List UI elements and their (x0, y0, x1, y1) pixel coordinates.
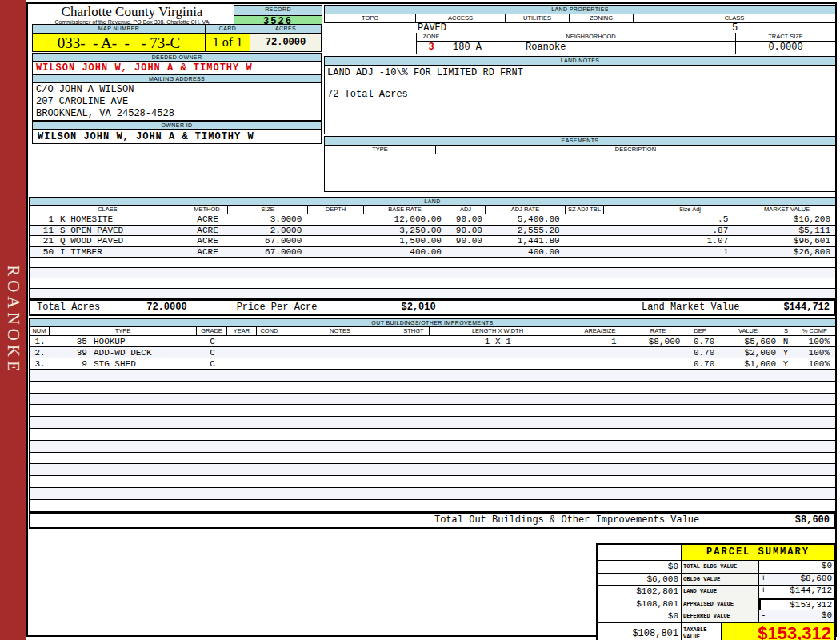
land-value: $144,712 (770, 586, 834, 598)
taxable-label-line1: TAXABLE (682, 623, 721, 633)
ob-grade: C (198, 347, 228, 358)
land-properties-title: LAND PROPERTIES (324, 5, 836, 14)
ob-rate: $8,000 (634, 336, 682, 346)
land-num: 1 (30, 214, 54, 225)
empty-row (29, 370, 836, 382)
land-note-line: 72 Total Acres (327, 89, 835, 101)
prior-appraised-value: $108,801 (598, 598, 682, 611)
ob-dep: 0.70 (682, 336, 718, 346)
taxable-value-label: TAXABLE VALUE (682, 623, 722, 640)
ob-sthgt (398, 358, 430, 369)
land-row: 11S OPEN PAVED ACRE 2.0000 3,250.00 90.0… (29, 226, 836, 237)
land-totals-row: Total Acres 72.0000 Price Per Acre $2,01… (29, 299, 836, 316)
utilities-label: UTILITIES (506, 14, 570, 23)
deferred-value: $0 (770, 610, 834, 622)
col-s: S (778, 327, 794, 336)
land-base-rate: 400.00 (364, 247, 446, 258)
col-adj: ADJ (446, 206, 486, 214)
summary-row: $0 DEFERRED VALUE - $0 (598, 610, 834, 623)
land-base-rate: 12,000.00 (364, 214, 446, 225)
empty-row (29, 429, 836, 441)
ob-total-value: $8,600 (795, 514, 830, 526)
ob-length-width (430, 358, 566, 369)
ob-type-name: ADD-WD DECK (87, 348, 152, 358)
obldg-value-label: OBLDG VALUE (682, 574, 759, 586)
land-num: 50 (30, 247, 54, 258)
topo-label: TOPO (324, 14, 416, 23)
ob-type-num: 9 (50, 358, 87, 369)
ob-pct-comp: 100% (794, 347, 835, 358)
summary-title-spacer (598, 545, 682, 561)
land-depth (308, 214, 364, 225)
land-method: ACRE (187, 226, 229, 236)
summary-row: $102,801 LAND VALUE + $144,712 (598, 586, 834, 598)
zoning-label: ZONING (570, 14, 634, 23)
ob-year (228, 347, 258, 358)
land-depth (308, 226, 364, 236)
land-properties-values: PAVED 5 (324, 23, 836, 33)
empty-row (29, 417, 836, 429)
ob-dep: 0.70 (682, 347, 718, 358)
land-method: ACRE (187, 236, 229, 246)
deeded-owner-label: DEEDED OWNER (32, 53, 322, 62)
col-base-rate: BASE RATE (364, 206, 446, 214)
land-size-adj: 1.07 (642, 236, 738, 246)
col-dep: DEP (682, 327, 718, 336)
access-value: PAVED (416, 23, 506, 33)
summary-row: $6,000 OBLDG VALUE + $8,600 (598, 574, 834, 586)
taxable-value: $153,312 (722, 623, 834, 640)
empty-row (29, 289, 836, 299)
ob-total-label: Total Out Buildings & Other Improvements… (434, 514, 699, 526)
deferred-value-label: DEFERRED VALUE (682, 610, 759, 623)
neighborhood-name: Roanoke (482, 42, 566, 53)
ob-area-size (566, 347, 634, 358)
easement-type-label: TYPE (324, 146, 436, 154)
out-buildings-title: OUT BUILDINGS/OTHER IMPROVEMENTS (29, 318, 836, 327)
map-number-label: MAP NUMBER (32, 24, 206, 34)
col-area-size: AREA/SIZE (566, 327, 634, 336)
ob-value: $5,600 (718, 336, 778, 346)
empty-row (29, 258, 836, 268)
ob-year (228, 358, 258, 369)
col-length-width: LENGTH X WIDTH (430, 327, 566, 336)
map-number-value: 033- - A- - - 73-C (32, 34, 206, 52)
ob-s: N (778, 336, 794, 346)
owner-id-label: OWNER ID (32, 121, 322, 130)
acres-value: 72.0000 (250, 34, 322, 52)
owner-id-value: WILSON JOHN W, JOHN A & TIMOTHY W (32, 130, 322, 144)
neighborhood-value: 180 ARoanoke (446, 42, 736, 54)
ob-value: $1,000 (718, 358, 778, 369)
land-adj-rate: 2,555.28 (486, 226, 566, 236)
op-sign: + (759, 574, 770, 586)
parcel-summary-title: PARCEL SUMMARY (682, 545, 834, 561)
land-table-title: LAND (29, 197, 836, 206)
empty-row (29, 278, 836, 289)
ob-rate (634, 358, 682, 369)
ob-year (228, 336, 258, 346)
land-class: K HOMESITE (54, 214, 113, 224)
land-adj: 90.00 (446, 236, 486, 246)
out-buildings-headers: NUM TYPE GRADE YEAR COND NOTES STHGT LEN… (29, 327, 836, 336)
land-adj-rate: 400.00 (486, 247, 566, 258)
land-value-label: LAND VALUE (682, 586, 759, 598)
zone-table: ZONE NEIGHBORHOOD TRACT SIZE 3 180 ARoan… (416, 33, 836, 54)
land-method: ACRE (187, 247, 229, 258)
col-value: VALUE (718, 327, 778, 336)
land-num: 21 (30, 236, 54, 246)
col-pct-comp: % COMP (794, 327, 836, 336)
appraised-value: $153,312 (770, 600, 834, 610)
total-bldg-value: $0 (770, 561, 834, 573)
summary-taxable-row: $108,801 TAXABLE VALUE $153,312 (598, 623, 834, 640)
total-acres-value: 72.0000 (146, 302, 186, 314)
land-sz-adj-tbl (566, 214, 604, 225)
land-size-adj: 1 (642, 247, 738, 258)
empty-row (29, 405, 836, 417)
land-sz-adj-tbl (566, 236, 604, 246)
land-size: 2.0000 (228, 226, 308, 236)
land-market-value: $16,200 (738, 214, 835, 225)
out-building-row: 2. 39ADD-WD DECK C 0.70 $2,000 Y 100% (29, 347, 836, 358)
land-adj: 90.00 (446, 226, 486, 236)
district-name: ROANOKE (3, 265, 23, 375)
ob-notes (282, 358, 398, 369)
ob-sthgt (398, 336, 430, 346)
